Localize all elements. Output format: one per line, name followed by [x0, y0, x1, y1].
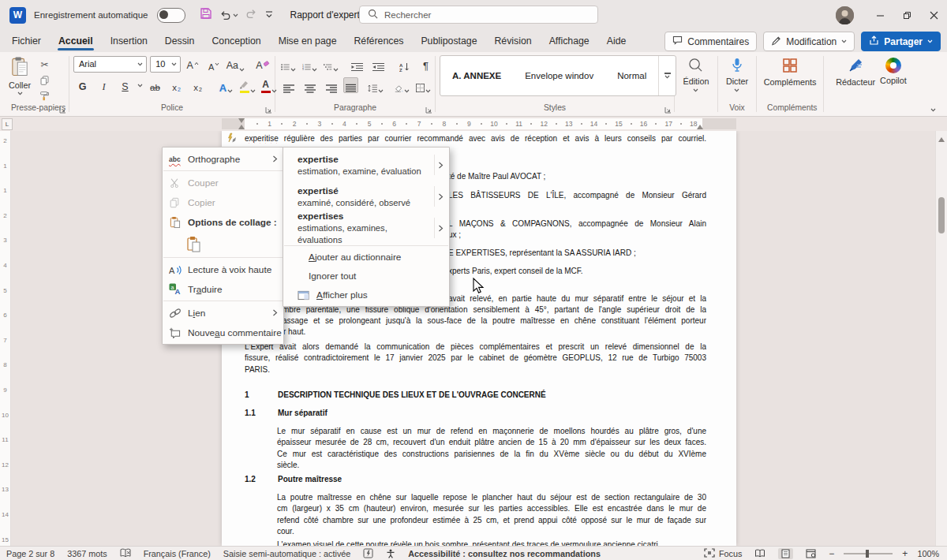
- word-logo-icon[interactable]: W: [9, 7, 26, 24]
- numbering-button[interactable]: 123: [301, 56, 319, 72]
- menu-item-lecture-a-voix-haute[interactable]: ALecture à voix haute: [163, 259, 283, 279]
- sort-button[interactable]: AZ: [395, 56, 414, 72]
- align-center-button[interactable]: [301, 77, 319, 93]
- cut-button[interactable]: ✂: [40, 58, 48, 70]
- menu-item-traduire[interactable]: aATraduire: [163, 279, 283, 299]
- change-case-button[interactable]: Aa: [226, 56, 245, 72]
- show-paragraph-marks-button[interactable]: ¶: [417, 56, 435, 72]
- redo-button[interactable]: [245, 8, 257, 22]
- menu-item-ignorer-tout[interactable]: Ignorer tout: [283, 267, 449, 286]
- tab-revision[interactable]: Révision: [485, 32, 540, 50]
- quick-access-overflow-icon[interactable]: [264, 8, 274, 22]
- justify-button[interactable]: [343, 77, 358, 93]
- tab-affichage[interactable]: Affichage: [541, 32, 598, 50]
- minimize-button[interactable]: [867, 0, 893, 30]
- menu-item-nouveau-commentaire[interactable]: Nouveau commentaire: [163, 323, 283, 342]
- editing-mode-button[interactable]: Modification: [763, 32, 855, 51]
- print-layout-button[interactable]: [778, 548, 793, 559]
- tab-fichier[interactable]: Fichier: [3, 32, 50, 50]
- vertical-scrollbar[interactable]: [935, 131, 947, 546]
- suggestion-expertises[interactable]: expertisesestimations, examines, évaluat…: [283, 212, 449, 244]
- align-left-button[interactable]: [279, 77, 298, 93]
- superscript-button[interactable]: x2: [189, 77, 207, 93]
- line-spacing-button[interactable]: [366, 77, 385, 93]
- addins-button[interactable]: Compléments: [764, 52, 817, 87]
- strikethrough-button[interactable]: ab: [146, 77, 164, 93]
- proofing-errors-icon[interactable]: [120, 548, 131, 558]
- tab-aide[interactable]: Aide: [598, 32, 635, 50]
- clear-formatting-button[interactable]: A: [254, 56, 272, 72]
- tab-publipostage[interactable]: Publipostage: [412, 32, 485, 50]
- tab-insertion[interactable]: Insertion: [102, 32, 156, 50]
- underline-button[interactable]: S: [116, 77, 134, 93]
- menu-item-orthographe[interactable]: abcOrthographe: [163, 149, 283, 169]
- menu-item-options-de-collage[interactable]: Options de collage :: [163, 212, 283, 232]
- multilevel-list-button[interactable]: [322, 56, 340, 72]
- tab-accueil[interactable]: Accueil: [50, 32, 102, 50]
- save-icon[interactable]: [200, 7, 212, 23]
- increase-indent-button[interactable]: [369, 56, 387, 72]
- shading-button[interactable]: [393, 77, 411, 93]
- vertical-ruler[interactable]: 21123456789101112131415: [0, 131, 11, 546]
- autocorrect-status-icon[interactable]: [363, 548, 373, 558]
- language-indicator[interactable]: Français (France): [144, 549, 211, 558]
- paste-option-keep-formatting[interactable]: [163, 232, 283, 256]
- paste-button[interactable]: Coller: [2, 52, 38, 95]
- styles-gallery-more-button[interactable]: [658, 56, 676, 95]
- grow-font-button[interactable]: A: [184, 56, 202, 72]
- dialog-launcher-icon[interactable]: [664, 106, 672, 114]
- zoom-slider-thumb[interactable]: [866, 550, 869, 558]
- page-indicator[interactable]: Page 2 sur 8: [6, 549, 54, 558]
- menu-item-lien[interactable]: Lien: [163, 303, 283, 323]
- read-mode-button[interactable]: [751, 548, 769, 558]
- copilot-button[interactable]: Copilot: [880, 52, 907, 85]
- dictate-button[interactable]: Dicter: [726, 52, 748, 92]
- web-layout-button[interactable]: [803, 548, 819, 559]
- scroll-up-icon[interactable]: [938, 134, 945, 142]
- borders-button[interactable]: [414, 77, 432, 93]
- autosave-toggle[interactable]: [157, 8, 185, 23]
- horizontal-ruler[interactable]: L 123456789101112131415161718: [0, 117, 947, 131]
- suggestion-expertise[interactable]: expertiseestimation, examine, évaluation: [283, 149, 449, 181]
- dialog-launcher-icon[interactable]: [265, 106, 272, 114]
- scrollbar-thumb[interactable]: [938, 197, 945, 233]
- share-button[interactable]: Partager: [861, 32, 941, 51]
- menu-item-ajouter-au-dictionnaire[interactable]: Ajouter au dictionnaire: [283, 248, 449, 267]
- word-count[interactable]: 3367 mots: [67, 549, 107, 558]
- zoom-level[interactable]: 100%: [917, 549, 939, 558]
- font-name-select[interactable]: Arial: [73, 56, 147, 73]
- right-indent-marker[interactable]: [697, 121, 703, 129]
- tab-mise-en-page[interactable]: Mise en page: [270, 32, 346, 50]
- accessibility-status[interactable]: Accessibilité : consultez nos recommanda…: [408, 549, 601, 558]
- tab-selector-icon[interactable]: L: [2, 118, 13, 130]
- align-right-button[interactable]: [322, 77, 340, 93]
- font-size-select[interactable]: 10: [150, 56, 181, 73]
- misspelled-word[interactable]: experitise: [245, 134, 279, 143]
- dialog-launcher-icon[interactable]: [425, 106, 432, 114]
- undo-button[interactable]: [219, 9, 238, 21]
- editing-button[interactable]: Édition: [683, 52, 709, 92]
- highlight-button[interactable]: [238, 77, 256, 93]
- tab-conception[interactable]: Conception: [203, 32, 269, 50]
- tab-references[interactable]: Références: [345, 32, 412, 50]
- suggestion-expertise[interactable]: expertiséexaminé, considéré, observé: [283, 181, 449, 212]
- focus-mode-button[interactable]: Focus: [704, 548, 742, 559]
- close-button[interactable]: [920, 0, 947, 30]
- font-color-button[interactable]: A: [260, 77, 278, 93]
- decrease-indent-button[interactable]: [348, 56, 366, 72]
- zoom-out-button[interactable]: −: [829, 548, 834, 559]
- chevron-down-icon[interactable]: [137, 84, 143, 88]
- text-effects-button[interactable]: A: [217, 77, 235, 93]
- format-painter-button[interactable]: [39, 90, 50, 102]
- zoom-in-button[interactable]: +: [902, 548, 908, 559]
- editor-button[interactable]: Rédacteur: [836, 52, 875, 87]
- subscript-button[interactable]: x2: [167, 77, 185, 93]
- shrink-font-button[interactable]: A: [205, 56, 223, 72]
- tab-dessin[interactable]: Dessin: [156, 32, 204, 50]
- menu-item-afficher-plus[interactable]: Afficher plus: [283, 286, 449, 304]
- search-input[interactable]: Rechercher: [359, 6, 598, 24]
- comments-button[interactable]: Commentaires: [664, 32, 757, 51]
- style-item-envelope-windov[interactable]: Envelope windov: [513, 56, 605, 95]
- style-item-a-annexe[interactable]: A. ANNEXE: [440, 56, 513, 95]
- copy-button[interactable]: [39, 74, 50, 86]
